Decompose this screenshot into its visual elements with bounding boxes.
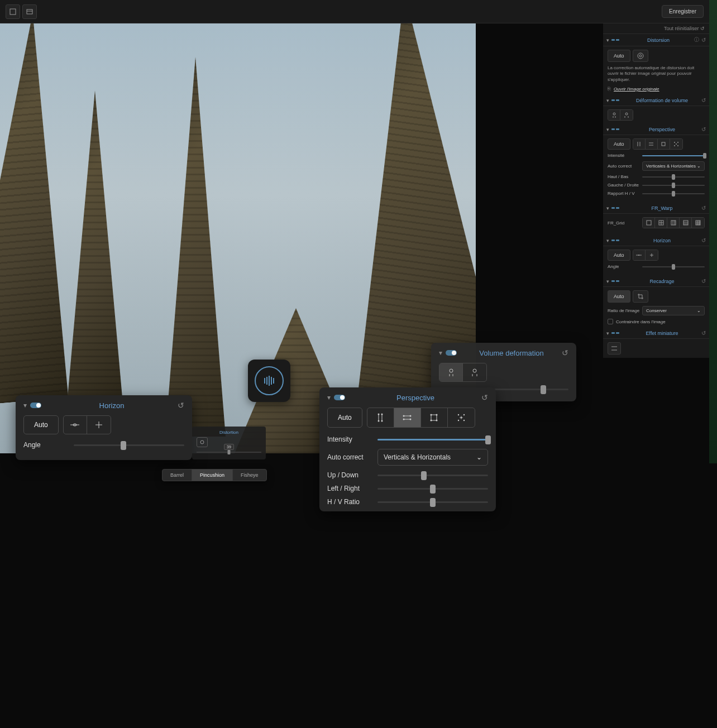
toolbar-icon-2[interactable] [22, 4, 37, 19]
warp-grid-1[interactable] [643, 218, 655, 228]
reset-icon[interactable]: ↺ [701, 126, 706, 132]
perspective-mode-horizontals[interactable] [394, 408, 421, 427]
auto-button[interactable]: Auto [608, 290, 630, 303]
miniature-tool-icon[interactable] [608, 342, 621, 355]
reset-all-label: Tout réinitialiser [664, 26, 699, 31]
segment-pincushion[interactable]: Pincushion [192, 470, 233, 481]
reset-icon[interactable]: ↺ [178, 401, 184, 410]
section-header-miniature[interactable]: ▾ Effet miniature ↺ [603, 328, 709, 339]
constrain-checkbox[interactable] [608, 319, 613, 324]
reset-all-button[interactable]: Tout réinitialiser ↺ [603, 23, 709, 34]
section-header-horizon[interactable]: ▾ Horizon ↺ [603, 235, 709, 246]
voldef-mode-1[interactable] [608, 110, 620, 120]
ratio-dropdown[interactable]: Conserver ⌄ [642, 306, 705, 315]
auto-button[interactable]: Auto [23, 415, 59, 434]
up-down-label: Up / Down [327, 471, 377, 479]
reset-icon[interactable]: ↺ [701, 205, 706, 211]
horizon-tool-1[interactable] [633, 250, 646, 260]
help-icon[interactable]: ⓘ [694, 36, 699, 44]
toolbar-icon-1[interactable] [6, 4, 20, 19]
perspective-mode-rect[interactable] [421, 408, 448, 427]
reset-icon[interactable]: ↺ [701, 97, 706, 103]
section-header-warp[interactable]: ▾ FR_Warp ↺ [603, 203, 709, 214]
floating-panel-horizon[interactable]: ▾ Horizon ↺ Auto Angle [16, 395, 192, 460]
ratio-slider[interactable] [642, 193, 705, 194]
horizon-tool-cross[interactable] [87, 416, 111, 434]
svg-point-54 [410, 415, 412, 417]
segment-barrel[interactable]: Barrel [162, 470, 192, 481]
auto-button[interactable]: Auto [608, 138, 630, 150]
section-header-distortion[interactable]: ▾ Distorsion ⓘ ↺ [603, 34, 709, 46]
reset-icon: ↺ [700, 26, 705, 31]
distortion-mode-icon[interactable] [633, 50, 648, 62]
reset-icon[interactable]: ↺ [701, 330, 706, 336]
reset-icon[interactable]: ↺ [701, 278, 706, 284]
angle-label: Angle [608, 264, 642, 269]
auto-correct-dropdown[interactable]: Verticals & Horizontals ⌄ [377, 449, 488, 466]
distortion-mode-icon[interactable] [197, 437, 208, 447]
enable-toggle[interactable] [611, 207, 619, 209]
horizon-tool-level[interactable] [64, 416, 87, 434]
warp-grid-5[interactable] [692, 218, 704, 228]
info-text: La correction automatique de distorsion … [608, 65, 705, 83]
reset-icon[interactable]: ↺ [701, 37, 706, 43]
svg-point-5 [613, 113, 615, 115]
distortion-slider[interactable]: 39 [197, 452, 261, 453]
svg-point-53 [403, 415, 405, 417]
auto-button[interactable]: Auto [608, 250, 630, 261]
svg-rect-21 [671, 221, 676, 225]
auto-button[interactable]: Auto [327, 408, 362, 428]
left-right-slider[interactable] [642, 185, 705, 186]
section-header-voldef[interactable]: ▾ Déformation de volume ↺ [603, 95, 709, 106]
voldef-mode-1[interactable] [439, 363, 463, 381]
intensity-slider[interactable] [377, 439, 488, 440]
perspective-mode-verticals[interactable] [633, 139, 646, 149]
up-down-slider[interactable] [377, 475, 488, 476]
warp-grid-3[interactable] [667, 218, 680, 228]
up-down-slider[interactable] [642, 176, 705, 178]
section-header-crop[interactable]: ▾ Recadrage ↺ [603, 276, 709, 287]
section-header-perspective[interactable]: ▾ Perspective ↺ [603, 124, 709, 135]
perspective-mode-rect[interactable] [658, 139, 670, 149]
intensity-slider[interactable] [642, 155, 705, 156]
horizon-tool-2[interactable] [646, 250, 658, 260]
enable-toggle[interactable] [611, 39, 619, 41]
auto-correct-dropdown[interactable]: Verticales & Horizontales ⌄ [642, 161, 705, 171]
svg-point-44 [200, 440, 204, 444]
dropdown-value: Verticales & Horizontales [646, 164, 696, 169]
left-right-slider[interactable] [377, 488, 488, 490]
open-original-link[interactable]: Ouvrir l'image originale [614, 87, 659, 92]
voldef-slider[interactable] [489, 389, 568, 390]
enable-toggle[interactable] [611, 128, 619, 130]
voldef-mode-2[interactable] [620, 110, 633, 120]
perspective-mode-8point[interactable] [670, 139, 682, 149]
segment-fisheye[interactable]: Fisheye [233, 470, 266, 481]
ratio-slider[interactable] [377, 501, 488, 503]
enable-toggle[interactable] [446, 350, 457, 356]
angle-slider[interactable] [74, 444, 184, 446]
save-button[interactable]: Enregistrer [662, 5, 704, 18]
enable-toggle[interactable] [611, 332, 619, 334]
perspective-mode-8point[interactable] [448, 408, 475, 427]
enable-toggle[interactable] [611, 240, 619, 241]
svg-point-55 [403, 419, 405, 420]
reset-icon[interactable]: ↺ [562, 348, 568, 357]
perspective-mode-horizontals[interactable] [646, 139, 658, 149]
enable-toggle[interactable] [611, 99, 619, 101]
voldef-mode-2[interactable] [463, 363, 486, 381]
warp-grid-4[interactable] [680, 218, 692, 228]
floating-panel-perspective[interactable]: ▾ Perspective ↺ Auto Intensity Auto corr… [319, 387, 496, 511]
enable-toggle[interactable] [334, 395, 345, 400]
reset-icon[interactable]: ↺ [481, 393, 488, 402]
crop-tool-icon[interactable] [633, 290, 648, 303]
warp-grid-2[interactable] [655, 218, 667, 228]
reset-icon[interactable]: ↺ [701, 237, 706, 243]
auto-button[interactable]: Auto [608, 50, 630, 62]
section-title: Recadrage [623, 279, 701, 284]
angle-slider[interactable] [642, 266, 705, 267]
mini-distortion-panel[interactable]: Distortion 39 [192, 427, 266, 459]
center-tool[interactable] [248, 360, 290, 402]
enable-toggle[interactable] [30, 403, 41, 408]
perspective-mode-verticals[interactable] [367, 408, 394, 427]
enable-toggle[interactable] [611, 280, 619, 282]
